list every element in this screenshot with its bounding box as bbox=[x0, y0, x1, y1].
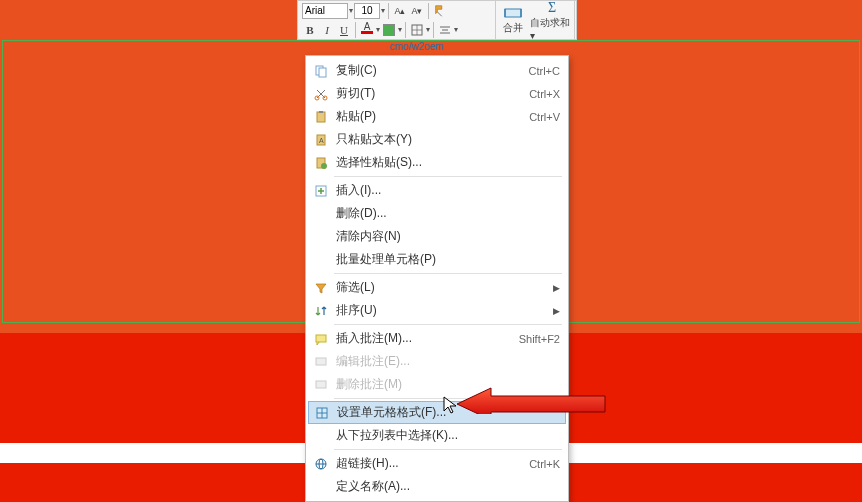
toolbar-right: 合并 Σ 自动求和 ▾ bbox=[495, 0, 575, 40]
font-decrease-icon[interactable]: A▾ bbox=[409, 3, 425, 19]
menu-shortcut: Shift+F2 bbox=[519, 333, 560, 345]
menu-copy[interactable]: 复制(C) Ctrl+C bbox=[308, 59, 566, 82]
font-family-select[interactable]: Arial bbox=[302, 3, 348, 19]
comment-icon bbox=[312, 331, 330, 347]
merge-icon bbox=[504, 5, 522, 21]
svg-rect-6 bbox=[505, 9, 521, 17]
svg-rect-14 bbox=[319, 111, 323, 113]
menu-paste-special[interactable]: 选择性粘贴(S)... bbox=[308, 151, 566, 174]
cut-icon bbox=[312, 86, 330, 102]
menu-label: 剪切(T) bbox=[336, 85, 529, 102]
menu-delete-comment: 删除批注(M) bbox=[308, 373, 566, 396]
merge-cells-button[interactable]: 合并 bbox=[496, 1, 530, 39]
merge-label: 合并 bbox=[503, 21, 523, 35]
paste-icon bbox=[312, 109, 330, 125]
svg-rect-10 bbox=[319, 68, 326, 77]
menu-paste-text-only[interactable]: A 只粘贴文本(Y) bbox=[308, 128, 566, 151]
menu-label: 插入批注(M)... bbox=[336, 330, 519, 347]
sigma-icon: Σ bbox=[548, 0, 556, 16]
cell-text-fragment: cmo/w2oem bbox=[390, 41, 444, 52]
menu-delete[interactable]: 删除(D)... bbox=[308, 202, 566, 225]
menu-label: 超链接(H)... bbox=[336, 455, 529, 472]
svg-rect-22 bbox=[316, 335, 326, 342]
borders-button[interactable] bbox=[409, 22, 425, 38]
menu-label: 删除批注(M) bbox=[336, 376, 560, 393]
menu-label: 删除(D)... bbox=[336, 205, 560, 222]
menu-sort[interactable]: 排序(U) ▶ bbox=[308, 299, 566, 322]
menu-separator bbox=[334, 449, 562, 450]
font-size-select[interactable]: 10 bbox=[354, 3, 380, 19]
menu-edit-comment: 编辑批注(E)... bbox=[308, 350, 566, 373]
menu-label: 批量处理单元格(P) bbox=[336, 251, 560, 268]
menu-shortcut: Ctrl+C bbox=[529, 65, 560, 77]
delete-comment-icon bbox=[312, 377, 330, 393]
menu-shortcut: Ctrl+V bbox=[529, 111, 560, 123]
submenu-arrow-icon: ▶ bbox=[553, 283, 560, 293]
menu-label: 复制(C) bbox=[336, 62, 529, 79]
svg-point-18 bbox=[321, 163, 327, 169]
menu-shortcut: Ctrl+X bbox=[529, 88, 560, 100]
submenu-arrow-icon: ▶ bbox=[553, 306, 560, 316]
menu-filter[interactable]: 筛选(L) ▶ bbox=[308, 276, 566, 299]
dropdown-caret-icon[interactable]: ▾ bbox=[381, 6, 385, 15]
autosum-label: 自动求和 bbox=[530, 17, 570, 28]
svg-rect-23 bbox=[316, 358, 326, 365]
menu-label: 从下拉列表中选择(K)... bbox=[336, 427, 560, 444]
menu-label: 设置单元格格式(F)... bbox=[337, 404, 559, 421]
menu-pick-from-list[interactable]: 从下拉列表中选择(K)... bbox=[308, 424, 566, 447]
menu-label: 排序(U) bbox=[336, 302, 549, 319]
insert-icon bbox=[312, 183, 330, 199]
fill-color-button[interactable] bbox=[381, 22, 397, 38]
menu-label: 编辑批注(E)... bbox=[336, 353, 560, 370]
svg-rect-24 bbox=[316, 381, 326, 388]
menu-separator bbox=[334, 324, 562, 325]
font-color-button[interactable]: A bbox=[359, 22, 375, 38]
context-menu: 复制(C) Ctrl+C 剪切(T) Ctrl+X 粘贴(P) Ctrl+V A… bbox=[305, 55, 569, 502]
hyperlink-icon bbox=[312, 456, 330, 472]
menu-label: 只粘贴文本(Y) bbox=[336, 131, 560, 148]
menu-define-name[interactable]: 定义名称(A)... bbox=[308, 475, 566, 498]
copy-icon bbox=[312, 63, 330, 79]
menu-cut[interactable]: 剪切(T) Ctrl+X bbox=[308, 82, 566, 105]
sort-icon bbox=[312, 303, 330, 319]
menu-insert[interactable]: 插入(I)... bbox=[308, 179, 566, 202]
filter-icon bbox=[312, 280, 330, 296]
menu-label: 定义名称(A)... bbox=[336, 478, 560, 495]
menu-label: 选择性粘贴(S)... bbox=[336, 154, 560, 171]
autosum-button[interactable]: Σ 自动求和 ▾ bbox=[530, 1, 574, 39]
menu-label: 粘贴(P) bbox=[336, 108, 529, 125]
format-painter-icon[interactable] bbox=[432, 3, 448, 19]
dropdown-caret-icon[interactable]: ▾ bbox=[349, 6, 353, 15]
menu-insert-comment[interactable]: 插入批注(M)... Shift+F2 bbox=[308, 327, 566, 350]
menu-clear-contents[interactable]: 清除内容(N) bbox=[308, 225, 566, 248]
format-cells-icon bbox=[313, 405, 331, 421]
dropdown-caret-icon[interactable]: ▾ bbox=[426, 25, 430, 34]
menu-separator bbox=[334, 176, 562, 177]
underline-button[interactable]: U bbox=[336, 22, 352, 38]
menu-label: 筛选(L) bbox=[336, 279, 549, 296]
menu-batch-cells[interactable]: 批量处理单元格(P) bbox=[308, 248, 566, 271]
menu-format-cells[interactable]: 设置单元格格式(F)... bbox=[308, 401, 566, 424]
font-increase-icon[interactable]: A▴ bbox=[392, 3, 408, 19]
bold-button[interactable]: B bbox=[302, 22, 318, 38]
menu-hyperlink[interactable]: 超链接(H)... Ctrl+K bbox=[308, 452, 566, 475]
svg-text:A: A bbox=[319, 137, 324, 144]
menu-separator bbox=[334, 398, 562, 399]
paste-special-icon bbox=[312, 155, 330, 171]
edit-comment-icon bbox=[312, 354, 330, 370]
align-button[interactable] bbox=[437, 22, 453, 38]
dropdown-caret-icon[interactable]: ▾ bbox=[398, 25, 402, 34]
menu-label: 插入(I)... bbox=[336, 182, 560, 199]
menu-label: 清除内容(N) bbox=[336, 228, 560, 245]
italic-button[interactable]: I bbox=[319, 22, 335, 38]
dropdown-caret-icon[interactable]: ▾ bbox=[454, 25, 458, 34]
menu-shortcut: Ctrl+K bbox=[529, 458, 560, 470]
menu-paste[interactable]: 粘贴(P) Ctrl+V bbox=[308, 105, 566, 128]
paste-text-icon: A bbox=[312, 132, 330, 148]
dropdown-caret-icon[interactable]: ▾ bbox=[376, 25, 380, 34]
menu-separator bbox=[334, 273, 562, 274]
svg-rect-13 bbox=[317, 112, 325, 122]
